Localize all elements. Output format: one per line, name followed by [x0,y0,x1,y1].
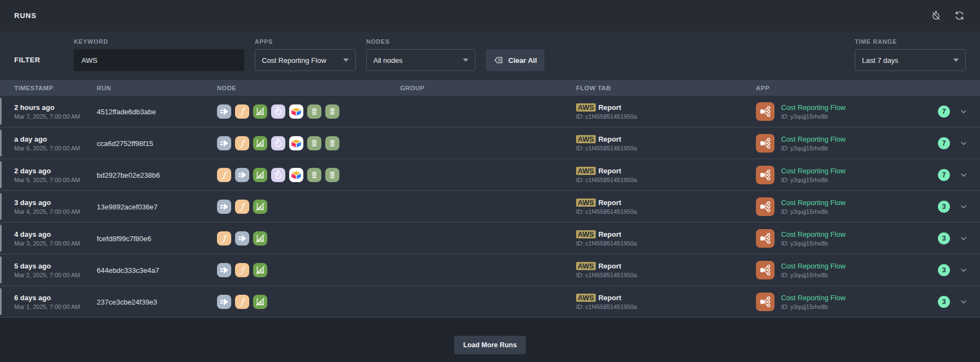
svg-text:ƒ: ƒ [221,233,228,243]
transfer-node-icon [235,168,249,182]
table-row[interactable]: 2 hours ago Mar 7, 2025, 7:00:00 AM 4512… [0,96,980,127]
app-id: ID: y3qujj15rhx8b [781,272,846,278]
app-id: ID: y3qujj15rhx8b [781,208,846,215]
chart-node-icon [253,136,267,150]
run-id: 237ce3cbe24f39e3 [97,298,157,306]
chart-node-icon [253,295,267,309]
flow-tab-id: ID: c1f455851451950a [576,145,756,151]
table-row[interactable]: a day ago Mar 6, 2025, 7:00:00 AM cca6d2… [0,127,980,159]
row-end-controls: 3 [938,232,968,244]
filter-bar: FILTER KEYWORD APPS Cost Reporting Flow … [0,31,980,80]
row-end-controls: 3 [938,264,968,276]
clear-backspace-icon [494,55,503,65]
run-relative-time: 5 days ago [14,262,97,270]
node-icons: ƒ [217,263,400,277]
run-relative-time: 3 days ago [14,198,97,207]
expand-chevron-icon[interactable] [959,234,968,243]
run-count-badge: 7 [938,137,950,149]
run-relative-time: 2 hours ago [14,103,97,112]
table-row[interactable]: 6 days ago Mar 1, 2025, 7:00:00 AM 237ce… [0,286,980,318]
time-range-filter-group: TIME RANGE Last 7 days [855,38,966,71]
run-count-badge: 3 [938,264,950,276]
auto-refresh-off-icon[interactable] [931,10,941,21]
app-name-link[interactable]: Cost Reporting Flow [781,294,846,302]
run-id: 4512ffade6db3abe [97,108,156,116]
app-id: ID: y3qujj15rhx8b [781,113,846,120]
row-accent-bar [0,288,2,315]
table-row[interactable]: 3 days ago Mar 4, 2025, 7:00:00 AM 13e98… [0,191,980,223]
flow-tab-keyword-highlight: AWS [576,294,596,302]
table-row[interactable]: 4 days ago Mar 3, 2025, 7:00:00 AM fcefd… [0,223,980,254]
run-cell: 237ce3cbe24f39e3 [97,297,217,307]
table-header: TIMESTAMP RUN NODE GROUP FLOW TAB APP [0,80,980,96]
clear-all-label: Clear All [508,56,537,65]
svg-text:ƒ: ƒ [221,170,228,180]
app-name-link[interactable]: Cost Reporting Flow [781,198,846,207]
clear-all-button[interactable]: Clear All [486,49,544,71]
expand-chevron-icon[interactable] [959,297,968,306]
flow-app-icon [756,134,774,153]
expand-chevron-icon[interactable] [959,266,968,275]
run-timestamp: Mar 2, 2025, 7:00:00 AM [14,272,97,278]
expand-chevron-icon[interactable] [959,107,968,116]
function-node-icon: ƒ [235,295,249,309]
chart-node-icon [253,263,267,277]
timer-node-icon [271,168,285,182]
transfer-node-icon [217,263,231,277]
app-name-link[interactable]: Cost Reporting Flow [781,230,846,238]
flow-tab-id: ID: c1f455851451950a [576,303,756,310]
nodes-select[interactable]: All nodes [366,49,476,71]
apps-select[interactable]: Cost Reporting Flow [255,49,356,71]
run-relative-time: 4 days ago [14,230,97,238]
row-accent-bar [0,225,2,252]
app-name-link[interactable]: Cost Reporting Flow [781,103,846,112]
load-more-runs-button[interactable]: Load More Runs [454,336,526,354]
svg-text:ƒ: ƒ [239,202,246,212]
airtable-node-icon [289,136,303,150]
column-header-app: APP [756,85,968,91]
app-cell: Cost Reporting Flow ID: y3qujj15rhx8b 7 [756,102,968,121]
flow-tab-title-line: AWSReport [576,135,756,143]
keyword-input[interactable] [74,49,244,71]
timestamp-cell: 6 days ago Mar 1, 2025, 7:00:00 AM [14,294,97,310]
runs-table-body: 2 hours ago Mar 7, 2025, 7:00:00 AM 4512… [0,96,980,318]
chevron-down-icon [343,59,349,62]
app-name-link[interactable]: Cost Reporting Flow [781,262,846,270]
table-row[interactable]: 2 days ago Mar 5, 2025, 7:00:00 AM bd292… [0,159,980,191]
expand-chevron-icon[interactable] [959,171,968,179]
expand-chevron-icon[interactable] [959,202,968,211]
flow-app-icon [756,293,774,311]
time-range-label: TIME RANGE [855,38,966,45]
run-cell: bd2927be02e238b6 [97,170,217,180]
row-end-controls: 3 [938,201,968,213]
expand-chevron-icon[interactable] [959,139,968,148]
node-icons: ƒ [217,295,400,309]
flow-tab-title: Report [598,262,621,270]
app-name-link[interactable]: Cost Reporting Flow [781,135,846,143]
timestamp-cell: 3 days ago Mar 4, 2025, 7:00:00 AM [14,198,97,215]
flow-tab-keyword-highlight: AWS [576,262,596,270]
app-cell: Cost Reporting Flow ID: y3qujj15rhx8b 7 [756,134,968,153]
transfer-node-icon [235,231,249,246]
flow-tab-id: ID: c1f455851451950a [576,272,756,278]
run-timestamp: Mar 4, 2025, 7:00:00 AM [14,208,97,215]
filter-section-label: FILTER [14,56,63,71]
airtable-node-icon [289,168,303,182]
run-count-badge: 3 [938,296,950,308]
svg-text:ƒ: ƒ [239,265,246,275]
apps-filter-group: APPS Cost Reporting Flow [255,38,356,71]
app-id: ID: y3qujj15rhx8b [781,303,846,310]
timer-node-icon [271,104,285,119]
time-range-select[interactable]: Last 7 days [855,49,966,71]
app-info: Cost Reporting Flow ID: y3qujj15rhx8b [756,197,846,216]
table-row[interactable]: 5 days ago Mar 2, 2025, 7:00:00 AM 644eb… [0,254,980,286]
node-icons: ƒ [217,200,400,214]
run-count-badge: 3 [938,201,950,213]
refresh-icon[interactable] [954,10,965,21]
svg-text:ƒ: ƒ [239,297,246,307]
transfer-node-icon [217,200,231,214]
app-name-link[interactable]: Cost Reporting Flow [781,167,846,175]
flow-tab-title-line: AWSReport [576,230,756,238]
flow-tab-id: ID: c1f455851451950a [576,113,756,120]
topbar-actions [931,10,965,21]
